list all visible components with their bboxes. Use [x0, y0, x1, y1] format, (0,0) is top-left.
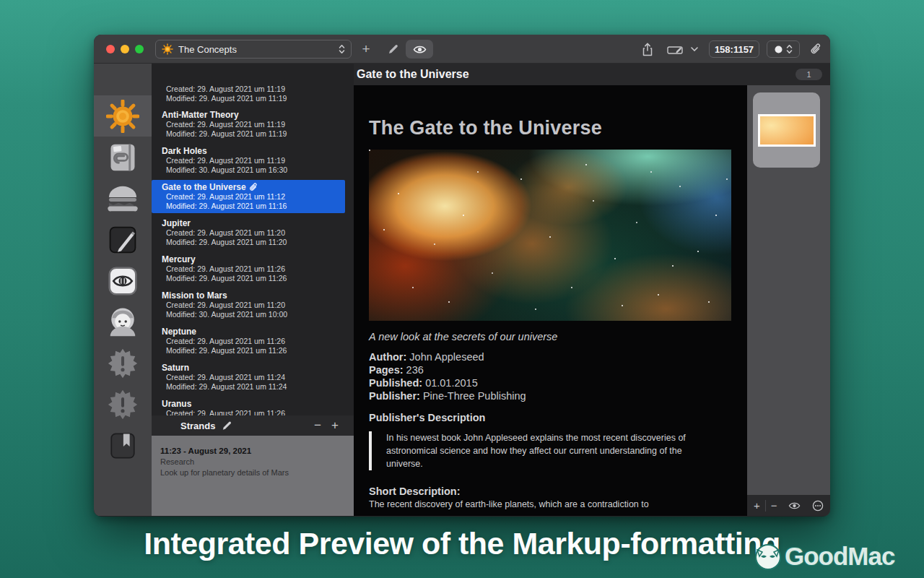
concepts-sidebar — [94, 64, 152, 516]
strand-add-button[interactable]: + — [326, 418, 344, 433]
sidebar-item-astronaut[interactable] — [94, 301, 152, 342]
chevron-up-down-icon — [339, 44, 345, 54]
markup-chevron-button[interactable] — [689, 40, 700, 59]
doc-title: The Gate to the Universe — [369, 117, 732, 139]
pencil-icon — [387, 43, 399, 56]
preview-note-title: Gate to the Universe — [357, 68, 469, 81]
astronaut-icon — [106, 306, 139, 339]
paperclip-icon — [249, 183, 258, 192]
note-modified: Modified: 29. August 2021 um 11:26 — [162, 346, 341, 355]
doc-subtitle: A new look at the secrets of our univers… — [369, 331, 732, 342]
nebula-image — [369, 150, 731, 321]
note-title: Gate to the Universe — [162, 182, 246, 192]
sidebar-item-alert-badge-2[interactable] — [94, 384, 152, 425]
sketchbook-pencil-icon — [107, 224, 139, 256]
meta-line: Publisher: Pine-Three Publishing — [369, 389, 732, 402]
sidebar-item-eye-viewer[interactable] — [94, 260, 152, 301]
goodmac-wordmark: GoodMac — [785, 542, 894, 571]
concept-selector-label: The Concepts — [178, 44, 237, 55]
note-modified: Modified: 29. August 2021 um 11:26 — [162, 274, 341, 283]
close-button[interactable] — [106, 45, 115, 53]
note-item[interactable]: Uranus Created: 29. August 2021 um 11:26… — [152, 397, 345, 415]
page-thumbnail-card[interactable] — [753, 92, 820, 168]
note-modified: Modified: 29. August 2021 um 11:16 — [162, 202, 341, 211]
sidebar-item-sketchbook[interactable] — [94, 219, 152, 260]
concept-selector-dropdown[interactable]: The Concepts — [155, 40, 352, 59]
note-item[interactable]: Neptune Created: 29. August 2021 um 11:2… — [152, 324, 345, 358]
short-description-heading: Short Description: — [369, 486, 732, 497]
doc-meta: Author: John Appleseed Pages: 236 Publis… — [369, 350, 732, 402]
chevron-up-down-icon — [786, 44, 793, 54]
add-note-button[interactable]: + — [357, 40, 375, 59]
eye-app-icon — [107, 265, 139, 297]
plus-icon: + — [362, 41, 370, 57]
note-item[interactable]: Mission to Mars Created: 29. August 2021… — [152, 288, 345, 322]
strands-title: Strands — [180, 420, 215, 431]
zoom-button[interactable] — [135, 45, 144, 53]
edit-mode-button[interactable] — [383, 40, 403, 59]
word-char-counter[interactable]: 158:1157 — [709, 40, 759, 58]
preview-mode-button[interactable] — [406, 40, 433, 59]
app-window: The Concepts + — [94, 35, 830, 517]
strand-remove-button[interactable]: − — [309, 418, 326, 433]
theme-stepper[interactable] — [767, 40, 800, 58]
share-icon — [642, 43, 653, 56]
titlebar[interactable]: The Concepts + — [94, 35, 830, 64]
sidebar-item-burger[interactable] — [94, 178, 152, 219]
book-bookmark-icon — [108, 431, 138, 461]
note-item-partial[interactable]: Created: 29. August 2021 um 11:19 Modifi… — [152, 85, 354, 103]
pencil-icon — [221, 420, 232, 431]
sidebar-item-alert-badge[interactable] — [94, 342, 152, 384]
note-created: Created: 29. August 2021 um 11:19 — [162, 156, 341, 165]
strand-entry-panel[interactable]: 11:23 - August 29, 2021 Research Look up… — [152, 436, 354, 516]
publishers-description-heading: Publisher's Description — [369, 412, 732, 423]
note-created: Created: 29. August 2021 um 11:20 — [162, 228, 341, 238]
more-options-button[interactable] — [812, 500, 824, 512]
zoom-out-button[interactable]: − — [771, 500, 777, 511]
markup-icon — [667, 43, 683, 55]
circle-icon — [775, 46, 783, 53]
meta-line: Author: John Appleseed — [369, 350, 732, 363]
traffic-lights — [106, 45, 144, 53]
preview-toggle-button[interactable] — [788, 501, 801, 510]
notes-list-panel: Created: 29. August 2021 um 11:19 Modifi… — [152, 64, 354, 516]
note-created: Created: 29. August 2021 um 11:26 — [162, 264, 341, 274]
note-created: Created: 29. August 2021 um 11:20 — [162, 301, 341, 310]
note-title: Jupiter — [162, 218, 341, 228]
preview-header: Gate to the Universe — [354, 64, 747, 85]
notes-list[interactable]: Created: 29. August 2021 um 11:19 Modifi… — [152, 64, 354, 415]
attachment-button[interactable] — [807, 40, 824, 59]
minimize-button[interactable] — [121, 45, 129, 53]
note-created: Created: 29. August 2021 um 11:26 — [162, 337, 341, 346]
document-preview[interactable]: The Gate to the Universe A new look at t… — [354, 85, 747, 516]
sidebar-item-the-concepts[interactable] — [94, 95, 152, 137]
note-item[interactable]: Dark Holes Created: 29. August 2021 um 1… — [152, 144, 345, 177]
note-title: Mission to Mars — [162, 290, 341, 301]
sun-icon — [106, 100, 139, 133]
pages-toolbar: + − — [747, 495, 830, 516]
short-description-text: The recent discovery of earth-like plane… — [369, 498, 732, 511]
note-item[interactable]: Jupiter Created: 29. August 2021 um 11:2… — [152, 216, 345, 249]
note-title: Anti-Matter Theory — [162, 110, 341, 120]
note-item[interactable]: Mercury Created: 29. August 2021 um 11:2… — [152, 252, 345, 285]
pages-header: 1 — [747, 64, 830, 85]
goodmac-face-icon — [753, 541, 783, 571]
burst-exclamation-icon — [107, 389, 139, 420]
note-item[interactable]: Saturn Created: 29. August 2021 um 11:24… — [152, 361, 345, 394]
note-title: Dark Holes — [162, 146, 341, 156]
share-button[interactable] — [639, 40, 656, 59]
burst-exclamation-icon — [107, 348, 139, 379]
markup-button[interactable] — [664, 40, 686, 59]
strands-header: Strands − + — [152, 415, 354, 436]
note-item-selected[interactable]: Gate to the Universe Created: 29. August… — [152, 180, 345, 213]
journal-paperclip-icon — [107, 142, 139, 173]
sidebar-item-journal[interactable] — [94, 137, 152, 178]
note-modified: Modified: 29. August 2021 um 11:20 — [162, 238, 341, 247]
note-title: Saturn — [162, 363, 341, 373]
note-item[interactable]: Anti-Matter Theory Created: 29. August 2… — [152, 108, 345, 141]
page-count-badge: 1 — [796, 69, 822, 80]
sidebar-item-bookmark-book[interactable] — [94, 425, 152, 466]
note-title: Neptune — [162, 327, 341, 337]
zoom-in-button[interactable]: + — [754, 500, 760, 511]
note-created: Created: 29. August 2021 um 11:26 — [162, 409, 341, 415]
